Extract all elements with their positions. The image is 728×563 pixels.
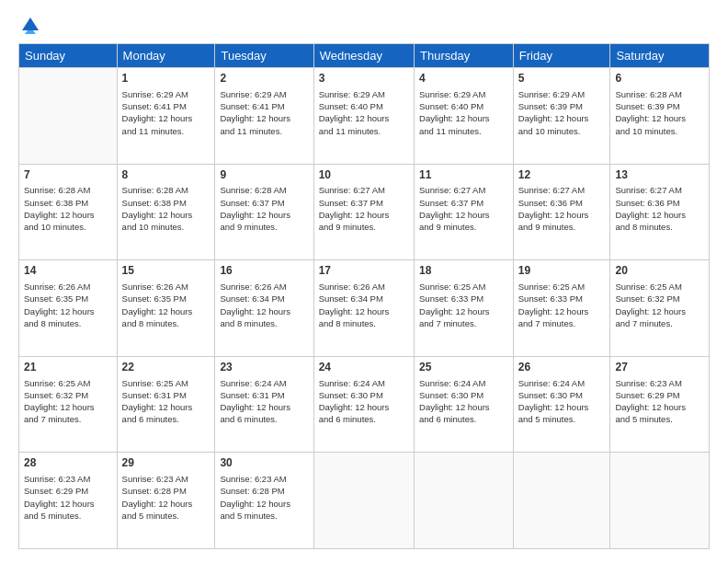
calendar-cell <box>415 453 514 549</box>
col-header-tuesday: Tuesday <box>215 44 313 68</box>
cell-info: Sunrise: 6:27 AMSunset: 6:37 PMDaylight:… <box>319 184 409 233</box>
day-number: 3 <box>319 71 409 86</box>
cell-info: Sunrise: 6:27 AMSunset: 6:36 PMDaylight:… <box>518 184 606 233</box>
calendar-cell: 30Sunrise: 6:23 AMSunset: 6:28 PMDayligh… <box>215 453 313 549</box>
cell-info: Sunrise: 6:23 AMSunset: 6:28 PMDaylight:… <box>220 473 308 522</box>
col-header-sunday: Sunday <box>19 44 118 68</box>
day-number: 17 <box>319 263 409 279</box>
calendar-cell: 23Sunrise: 6:24 AMSunset: 6:31 PMDayligh… <box>215 356 313 453</box>
calendar-cell: 24Sunrise: 6:24 AMSunset: 6:30 PMDayligh… <box>313 356 414 453</box>
cell-info: Sunrise: 6:25 AMSunset: 6:33 PMDaylight:… <box>518 281 606 329</box>
day-number: 12 <box>518 167 606 183</box>
day-number: 28 <box>24 455 112 471</box>
cell-info: Sunrise: 6:24 AMSunset: 6:30 PMDaylight:… <box>419 377 508 426</box>
calendar-cell: 15Sunrise: 6:26 AMSunset: 6:35 PMDayligh… <box>117 260 215 357</box>
calendar-cell: 11Sunrise: 6:27 AMSunset: 6:37 PMDayligh… <box>415 164 514 260</box>
cell-info: Sunrise: 6:26 AMSunset: 6:35 PMDaylight:… <box>24 281 112 329</box>
day-number: 11 <box>419 167 508 183</box>
calendar-table: SundayMondayTuesdayWednesdayThursdayFrid… <box>18 43 710 549</box>
calendar-cell: 1Sunrise: 6:29 AMSunset: 6:41 PMDaylight… <box>117 68 215 165</box>
calendar-cell: 29Sunrise: 6:23 AMSunset: 6:28 PMDayligh… <box>117 453 215 549</box>
day-number: 9 <box>220 167 308 183</box>
calendar-cell: 12Sunrise: 6:27 AMSunset: 6:36 PMDayligh… <box>513 164 610 260</box>
cell-info: Sunrise: 6:25 AMSunset: 6:31 PMDaylight:… <box>122 377 210 426</box>
day-number: 6 <box>615 71 704 86</box>
cell-info: Sunrise: 6:29 AMSunset: 6:41 PMDaylight:… <box>122 88 210 137</box>
calendar-cell <box>313 453 414 549</box>
calendar-cell: 27Sunrise: 6:23 AMSunset: 6:29 PMDayligh… <box>610 356 710 453</box>
day-number: 16 <box>220 263 308 279</box>
calendar-cell: 13Sunrise: 6:27 AMSunset: 6:36 PMDayligh… <box>610 164 710 260</box>
cell-info: Sunrise: 6:28 AMSunset: 6:38 PMDaylight:… <box>122 184 210 233</box>
calendar-cell <box>513 453 610 549</box>
cell-info: Sunrise: 6:25 AMSunset: 6:32 PMDaylight:… <box>24 377 112 426</box>
day-number: 7 <box>24 167 112 183</box>
day-number: 25 <box>419 360 508 375</box>
calendar-cell: 18Sunrise: 6:25 AMSunset: 6:33 PMDayligh… <box>415 260 514 357</box>
cell-info: Sunrise: 6:24 AMSunset: 6:30 PMDaylight:… <box>319 377 409 426</box>
cell-info: Sunrise: 6:28 AMSunset: 6:39 PMDaylight:… <box>615 88 704 137</box>
day-number: 20 <box>615 263 704 279</box>
day-number: 2 <box>220 71 308 86</box>
logo-icon <box>20 14 40 34</box>
calendar-header-row: SundayMondayTuesdayWednesdayThursdayFrid… <box>19 44 710 68</box>
calendar-cell: 21Sunrise: 6:25 AMSunset: 6:32 PMDayligh… <box>19 356 118 453</box>
calendar-cell: 25Sunrise: 6:24 AMSunset: 6:30 PMDayligh… <box>415 356 514 453</box>
calendar-cell: 2Sunrise: 6:29 AMSunset: 6:41 PMDaylight… <box>215 68 313 165</box>
calendar-cell: 22Sunrise: 6:25 AMSunset: 6:31 PMDayligh… <box>117 356 215 453</box>
col-header-thursday: Thursday <box>415 44 514 68</box>
svg-marker-1 <box>25 30 36 34</box>
calendar-cell <box>19 68 118 165</box>
col-header-saturday: Saturday <box>610 44 710 68</box>
cell-info: Sunrise: 6:28 AMSunset: 6:38 PMDaylight:… <box>24 184 112 233</box>
cell-info: Sunrise: 6:24 AMSunset: 6:30 PMDaylight:… <box>518 377 606 426</box>
cell-info: Sunrise: 6:25 AMSunset: 6:32 PMDaylight:… <box>615 281 704 329</box>
day-number: 21 <box>24 360 112 375</box>
cell-info: Sunrise: 6:29 AMSunset: 6:40 PMDaylight:… <box>319 88 409 137</box>
calendar-cell: 19Sunrise: 6:25 AMSunset: 6:33 PMDayligh… <box>513 260 610 357</box>
day-number: 18 <box>419 263 508 279</box>
calendar-cell: 5Sunrise: 6:29 AMSunset: 6:39 PMDaylight… <box>513 68 610 165</box>
calendar-cell: 7Sunrise: 6:28 AMSunset: 6:38 PMDaylight… <box>19 164 118 260</box>
calendar-cell: 16Sunrise: 6:26 AMSunset: 6:34 PMDayligh… <box>215 260 313 357</box>
cell-info: Sunrise: 6:23 AMSunset: 6:29 PMDaylight:… <box>615 377 704 426</box>
cell-info: Sunrise: 6:25 AMSunset: 6:33 PMDaylight:… <box>419 281 508 329</box>
cell-info: Sunrise: 6:27 AMSunset: 6:37 PMDaylight:… <box>419 184 508 233</box>
cell-info: Sunrise: 6:26 AMSunset: 6:34 PMDaylight:… <box>220 281 308 329</box>
cell-info: Sunrise: 6:27 AMSunset: 6:36 PMDaylight:… <box>615 184 704 233</box>
day-number: 1 <box>122 71 210 86</box>
calendar-cell: 3Sunrise: 6:29 AMSunset: 6:40 PMDaylight… <box>313 68 414 165</box>
cell-info: Sunrise: 6:29 AMSunset: 6:39 PMDaylight:… <box>518 88 606 137</box>
calendar-cell: 4Sunrise: 6:29 AMSunset: 6:40 PMDaylight… <box>415 68 514 165</box>
day-number: 27 <box>615 360 704 375</box>
calendar-cell: 14Sunrise: 6:26 AMSunset: 6:35 PMDayligh… <box>19 260 118 357</box>
cell-info: Sunrise: 6:28 AMSunset: 6:37 PMDaylight:… <box>220 184 308 233</box>
cell-info: Sunrise: 6:26 AMSunset: 6:34 PMDaylight:… <box>319 281 409 329</box>
calendar-cell: 6Sunrise: 6:28 AMSunset: 6:39 PMDaylight… <box>610 68 710 165</box>
calendar-cell: 20Sunrise: 6:25 AMSunset: 6:32 PMDayligh… <box>610 260 710 357</box>
calendar-cell: 28Sunrise: 6:23 AMSunset: 6:29 PMDayligh… <box>19 453 118 549</box>
day-number: 23 <box>220 360 308 375</box>
calendar-week-5: 28Sunrise: 6:23 AMSunset: 6:29 PMDayligh… <box>19 453 710 549</box>
svg-marker-0 <box>22 17 39 30</box>
calendar-cell: 17Sunrise: 6:26 AMSunset: 6:34 PMDayligh… <box>313 260 414 357</box>
calendar-cell: 9Sunrise: 6:28 AMSunset: 6:37 PMDaylight… <box>215 164 313 260</box>
day-number: 4 <box>419 71 508 86</box>
cell-info: Sunrise: 6:29 AMSunset: 6:40 PMDaylight:… <box>419 88 508 137</box>
header <box>18 14 710 34</box>
day-number: 8 <box>122 167 210 183</box>
calendar-week-2: 7Sunrise: 6:28 AMSunset: 6:38 PMDaylight… <box>19 164 710 260</box>
cell-info: Sunrise: 6:23 AMSunset: 6:29 PMDaylight:… <box>24 473 112 522</box>
day-number: 13 <box>615 167 704 183</box>
cell-info: Sunrise: 6:29 AMSunset: 6:41 PMDaylight:… <box>220 88 308 137</box>
calendar-week-4: 21Sunrise: 6:25 AMSunset: 6:32 PMDayligh… <box>19 356 710 453</box>
calendar-week-1: 1Sunrise: 6:29 AMSunset: 6:41 PMDaylight… <box>19 68 710 165</box>
cell-info: Sunrise: 6:23 AMSunset: 6:28 PMDaylight:… <box>122 473 210 522</box>
logo <box>18 14 40 34</box>
day-number: 24 <box>319 360 409 375</box>
page: SundayMondayTuesdayWednesdayThursdayFrid… <box>0 0 728 563</box>
calendar-week-3: 14Sunrise: 6:26 AMSunset: 6:35 PMDayligh… <box>19 260 710 357</box>
day-number: 14 <box>24 263 112 279</box>
day-number: 30 <box>220 455 308 471</box>
day-number: 5 <box>518 71 606 86</box>
